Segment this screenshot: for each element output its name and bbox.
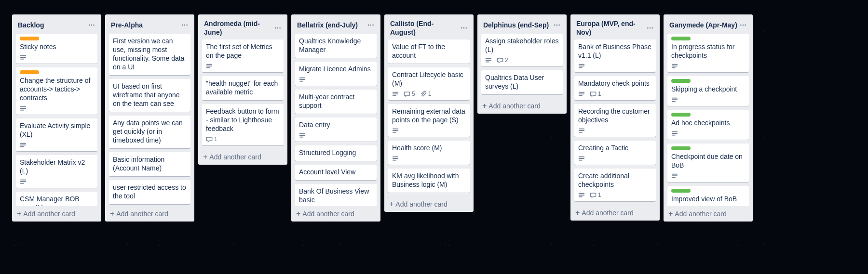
card[interactable]: Bank Of Business View basic2 bbox=[295, 184, 377, 206]
list-title[interactable]: Ganymede (Apr-May) bbox=[669, 21, 737, 29]
card-badges: 1 bbox=[206, 135, 280, 144]
card[interactable]: Create additional checkpoints1 bbox=[574, 169, 656, 201]
comments-badge: 1 bbox=[590, 192, 601, 198]
add-card-button[interactable]: +Add another card bbox=[664, 206, 753, 222]
card[interactable]: Structured Logging bbox=[295, 145, 377, 161]
list-menu-icon[interactable]: ⋯ bbox=[551, 19, 563, 31]
card-badges bbox=[20, 177, 94, 186]
card[interactable]: Account level View bbox=[295, 165, 377, 180]
label-green[interactable] bbox=[671, 113, 691, 117]
label-green[interactable] bbox=[671, 146, 691, 150]
description-icon bbox=[299, 132, 306, 139]
card-title: Any data points we can get quickly (or i… bbox=[113, 118, 187, 144]
card-title: Skipping a checkpoint bbox=[671, 85, 745, 93]
list-title[interactable]: Pre-Alpha bbox=[111, 21, 179, 29]
list-header: Bellatrix (end-July)⋯ bbox=[291, 14, 380, 34]
card[interactable]: Data entry bbox=[295, 117, 377, 142]
card[interactable]: Contract Lifecycle basic (M)51 bbox=[388, 67, 470, 100]
add-card-button[interactable]: +Add another card bbox=[291, 206, 380, 222]
list-menu-icon[interactable]: ⋯ bbox=[458, 22, 470, 34]
card[interactable]: The first set of Metrics on the page bbox=[202, 39, 284, 72]
svg-rect-16 bbox=[206, 65, 212, 66]
list-menu-icon[interactable]: ⋯ bbox=[272, 22, 284, 34]
card[interactable]: Feedback button to form - similar to Lig… bbox=[202, 104, 284, 145]
card[interactable]: Improved view of BoB bbox=[667, 186, 749, 206]
card[interactable]: Checkpoint due date on BoB bbox=[667, 144, 749, 182]
label-orange[interactable] bbox=[20, 37, 39, 40]
card[interactable]: Health score (M) bbox=[388, 141, 470, 165]
card[interactable]: In progress status for checkpoints bbox=[667, 34, 749, 72]
card[interactable]: Qualtrics Data User surveys (L) bbox=[481, 70, 563, 94]
svg-rect-11 bbox=[20, 183, 24, 184]
card-labels bbox=[671, 79, 745, 83]
list-title[interactable]: Europa (MVP, end-Nov) bbox=[576, 19, 644, 37]
card-badges bbox=[392, 126, 466, 135]
card[interactable]: Value of FT to the account bbox=[388, 39, 470, 64]
card-title: Account level View bbox=[299, 168, 373, 176]
svg-rect-42 bbox=[579, 92, 584, 93]
card[interactable]: Multi-year contract support bbox=[295, 90, 377, 114]
card[interactable]: Bank of Business Phase v1.1 (L) bbox=[574, 39, 656, 72]
card[interactable]: Remaining external data points on the pa… bbox=[388, 104, 470, 137]
card[interactable]: Basic information (Account Name) bbox=[109, 152, 190, 176]
card[interactable]: user restricted access to the tool bbox=[109, 180, 190, 204]
card[interactable]: CSM Manager BOB view (L) bbox=[16, 192, 97, 206]
card[interactable]: Recording the customer objectives bbox=[574, 104, 656, 137]
label-green[interactable] bbox=[671, 79, 691, 83]
add-card-button[interactable]: +Add another card bbox=[12, 206, 101, 222]
svg-rect-47 bbox=[579, 132, 583, 133]
list-menu-icon[interactable]: ⋯ bbox=[179, 19, 190, 31]
card-labels bbox=[671, 113, 745, 117]
list-title[interactable]: Bellatrix (end-July) bbox=[297, 21, 365, 29]
card[interactable]: Creating a Tactic bbox=[574, 141, 656, 165]
add-card-label: Add another card bbox=[209, 153, 261, 161]
svg-rect-4 bbox=[20, 108, 26, 109]
list-title[interactable]: Callisto (End-August) bbox=[390, 19, 458, 37]
svg-rect-56 bbox=[672, 67, 676, 68]
card[interactable]: First version we can use, missing most f… bbox=[109, 34, 190, 75]
card[interactable]: UI based on first wireframe that anyone … bbox=[109, 79, 190, 112]
card[interactable]: Qualtrics Knowledge Manager bbox=[295, 34, 377, 58]
card[interactable]: "health nugget" for each available metri… bbox=[202, 76, 284, 100]
card[interactable]: Migrate Licence Admins bbox=[295, 62, 377, 86]
svg-rect-58 bbox=[672, 99, 678, 100]
plus-icon: + bbox=[668, 210, 673, 217]
card[interactable]: Assign stakeholder roles (L)2 bbox=[481, 34, 563, 66]
add-card-button[interactable]: +Add another card bbox=[198, 149, 287, 165]
list-menu-icon[interactable]: ⋯ bbox=[737, 19, 749, 31]
comments-count: 5 bbox=[412, 91, 415, 97]
add-card-button[interactable]: +Add another card bbox=[384, 196, 474, 212]
svg-rect-21 bbox=[299, 133, 305, 134]
list-menu-icon[interactable]: ⋯ bbox=[86, 19, 97, 31]
plus-icon: + bbox=[203, 154, 207, 160]
card[interactable]: Ad hoc checkpoints bbox=[667, 110, 749, 140]
card-badges bbox=[20, 104, 94, 113]
card[interactable]: Skipping a checkpoint bbox=[667, 76, 749, 106]
list-title[interactable]: Backlog bbox=[18, 21, 86, 29]
card-title: Checkpoint due date on BoB bbox=[671, 152, 745, 170]
list-menu-icon[interactable]: ⋯ bbox=[644, 22, 656, 34]
card[interactable]: Change the structure of accounts-> tacti… bbox=[16, 67, 97, 115]
list-header: Delphinus (end-Sep)⋯ bbox=[477, 14, 567, 34]
card[interactable]: Evaluate Activity simple (XL) bbox=[16, 118, 97, 151]
card-title: KM avg likelihood with Business logic (M… bbox=[392, 171, 466, 189]
add-card-button[interactable]: +Add another card bbox=[105, 206, 194, 222]
list-title[interactable]: Andromeda (mid-June) bbox=[204, 19, 272, 37]
label-orange[interactable] bbox=[20, 70, 39, 74]
card[interactable]: Stakeholder Matrix v2 (L) bbox=[16, 155, 97, 188]
cards-container: In progress status for checkpointsSkippi… bbox=[664, 34, 753, 206]
card[interactable]: Sticky notes bbox=[16, 34, 97, 64]
list: Delphinus (end-Sep)⋯Assign stakeholder r… bbox=[477, 14, 567, 114]
svg-rect-0 bbox=[20, 55, 26, 56]
add-card-label: Add another card bbox=[395, 200, 447, 208]
label-green[interactable] bbox=[671, 189, 691, 193]
add-card-button[interactable]: +Add another card bbox=[477, 98, 567, 114]
list-title[interactable]: Delphinus (end-Sep) bbox=[483, 21, 551, 29]
card-title: Qualtrics Data User surveys (L) bbox=[485, 73, 559, 91]
list-menu-icon[interactable]: ⋯ bbox=[365, 19, 377, 31]
add-card-button[interactable]: +Add another card bbox=[570, 205, 660, 221]
card[interactable]: Any data points we can get quickly (or i… bbox=[109, 116, 190, 148]
card[interactable]: Mandatory check points1 bbox=[574, 76, 656, 100]
label-green[interactable] bbox=[671, 37, 691, 40]
card[interactable]: KM avg likelihood with Business logic (M… bbox=[388, 169, 470, 193]
